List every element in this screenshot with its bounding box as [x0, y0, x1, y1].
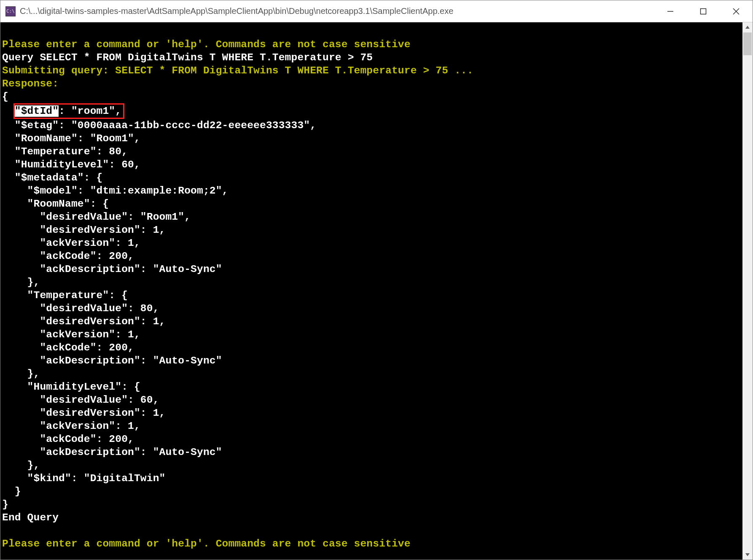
prompt-text: Please enter a command or 'help'. Comman… [2, 538, 411, 549]
json-line: "$kind": "DigitalTwin" [2, 473, 165, 484]
json-line: "ackVersion": 1, [2, 420, 140, 432]
json-line: "ackVersion": 1, [2, 237, 140, 249]
svg-marker-4 [745, 26, 750, 29]
prompt-text: Please enter a command or 'help'. Comman… [2, 39, 411, 50]
json-line: "$model": "dtmi:example:Room;2", [2, 185, 229, 197]
json-line: }, [2, 277, 40, 288]
scroll-down-button[interactable] [742, 549, 753, 560]
dtid-key: "$dtId" [15, 105, 59, 117]
json-line: "ackCode": 200, [2, 433, 134, 445]
json-line: "HumidityLevel": { [2, 381, 140, 393]
console-output[interactable]: Please enter a command or 'help'. Comman… [0, 22, 742, 560]
titlebar[interactable]: C:\ C:\...\digital-twins-samples-master\… [0, 0, 753, 22]
json-line: "$etag": "0000aaaa-11bb-cccc-dd22-eeeeee… [2, 120, 316, 131]
json-line: "desiredVersion": 1, [2, 316, 165, 327]
close-icon [733, 8, 740, 15]
dtid-highlight: "$dtId": "room1", [13, 103, 124, 119]
svg-rect-1 [701, 8, 706, 14]
json-line: "desiredVersion": 1, [2, 224, 165, 236]
response-label: Response: [2, 78, 59, 89]
json-line: "desiredVersion": 1, [2, 407, 165, 419]
console-window: C:\ C:\...\digital-twins-samples-master\… [0, 0, 753, 560]
json-line: "desiredValue": "Room1", [2, 211, 191, 223]
scroll-up-button[interactable] [742, 22, 753, 32]
minimize-button[interactable] [654, 0, 687, 22]
json-line: "HumidityLevel": 60, [2, 159, 140, 170]
json-line: }, [2, 460, 40, 471]
json-line: { [2, 91, 8, 102]
json-line: "ackCode": 200, [2, 250, 134, 262]
submitting-line: Submitting query: SELECT * FROM DigitalT… [2, 65, 473, 76]
chevron-up-icon [745, 25, 750, 30]
json-line: "Temperature": 80, [2, 146, 128, 157]
json-line: "ackDescription": "Auto-Sync" [2, 264, 222, 275]
json-line: "RoomName": "Room1", [2, 133, 140, 144]
minimize-icon [667, 8, 674, 15]
vertical-scrollbar[interactable] [742, 22, 753, 560]
maximize-icon [700, 8, 707, 15]
window-title: C:\...\digital-twins-samples-master\AdtS… [20, 6, 453, 16]
scroll-thumb[interactable] [743, 32, 752, 55]
chevron-down-icon [745, 552, 750, 557]
svg-marker-5 [745, 553, 750, 556]
json-line: "desiredValue": 80, [2, 303, 159, 314]
json-line: "$metadata": { [2, 172, 102, 183]
json-line: "ackCode": 200, [2, 342, 134, 353]
maximize-button[interactable] [687, 0, 720, 22]
close-button[interactable] [720, 0, 753, 22]
json-line: } [2, 499, 8, 510]
json-line: }, [2, 368, 40, 380]
dtid-value: : "room1", [59, 105, 121, 117]
json-line: } [2, 486, 21, 497]
app-icon: C:\ [5, 6, 16, 16]
json-line: "ackVersion": 1, [2, 329, 140, 340]
json-line: "ackDescription": "Auto-Sync" [2, 355, 222, 366]
client-area: Please enter a command or 'help'. Comman… [0, 22, 753, 560]
end-query-line: End Query [2, 512, 59, 523]
json-line: "ackDescription": "Auto-Sync" [2, 447, 222, 458]
json-line: "Temperature": { [2, 290, 128, 301]
json-line: "desiredValue": 60, [2, 394, 159, 406]
query-input-line: Query SELECT * FROM DigitalTwins T WHERE… [2, 52, 373, 63]
window-controls [654, 0, 753, 22]
json-line-dtid: "$dtId": "room1", [2, 105, 124, 117]
json-line: "RoomName": { [2, 198, 109, 210]
